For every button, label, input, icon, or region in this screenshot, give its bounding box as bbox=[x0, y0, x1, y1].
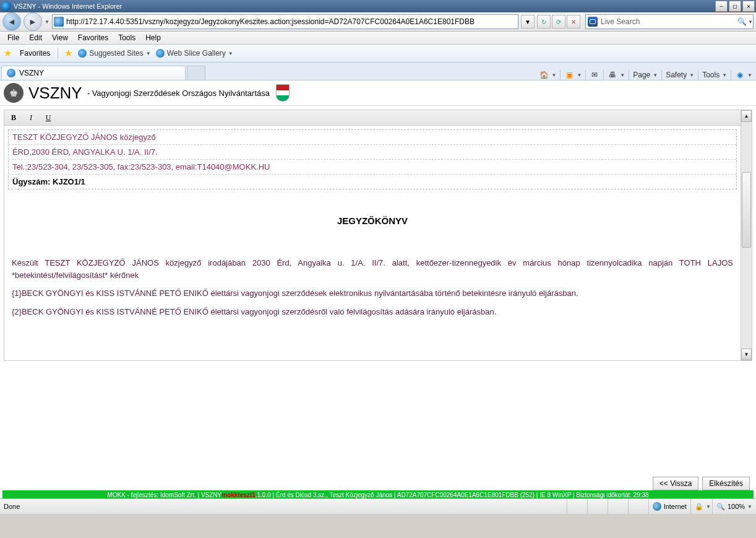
protected-mode-pane[interactable]: 🔒▼ bbox=[690, 499, 712, 514]
scroll-up-icon[interactable]: ▲ bbox=[741, 110, 752, 122]
nav-history-dropdown[interactable]: ▼ bbox=[45, 19, 49, 25]
stop-icon[interactable]: ✕ bbox=[567, 15, 580, 28]
browser-status-bar: Done Internet 🔒▼ 🔍 100% ▼ bbox=[0, 498, 756, 514]
safety-menu[interactable]: Safety bbox=[666, 71, 687, 79]
web-slice-label: Web Slice Gallery bbox=[167, 49, 226, 58]
app-title: VSZNY bbox=[28, 84, 82, 103]
zoom-value: 100% bbox=[728, 503, 745, 510]
bold-button[interactable]: B bbox=[8, 112, 19, 123]
header-row: Tel.:23/523-304, 23/523-305, fax:23/523-… bbox=[9, 160, 736, 175]
search-dropdown[interactable]: ▼ bbox=[748, 19, 753, 25]
status-pane bbox=[567, 499, 587, 514]
ie-icon bbox=[78, 49, 87, 58]
document-body[interactable]: JEGYZŐKÖNYV Készült TESZT KÖZJEGYZŐ JÁNO… bbox=[4, 193, 741, 328]
tools-menu[interactable]: Tools bbox=[702, 71, 719, 79]
menu-view[interactable]: View bbox=[47, 32, 73, 43]
status-pane bbox=[628, 499, 648, 514]
tabs-row: VSZNY 🏠▼ ▣▼ ✉ 🖶▼ Page▼ Safety▼ Tools▼ ◉▼ bbox=[0, 63, 756, 80]
favorites-star-icon[interactable]: ★ bbox=[2, 48, 12, 58]
address-dropdown[interactable]: ▼ bbox=[521, 15, 535, 28]
page-menu[interactable]: Page bbox=[633, 71, 650, 79]
footer-text-pre: MOKK - fejlesztés: IdomSoft Zrt. | VSZNY bbox=[107, 492, 221, 498]
status-pane bbox=[608, 499, 628, 514]
url-text[interactable]: http://172.17.4.40:5351/vszny/kozjegyzo/… bbox=[65, 17, 518, 26]
italic-button[interactable]: I bbox=[25, 112, 37, 123]
mail-icon[interactable]: ✉ bbox=[590, 70, 599, 80]
status-text: Done bbox=[0, 503, 24, 510]
search-provider-icon[interactable] bbox=[588, 17, 598, 27]
window-titlebar: VSZNY - Windows Internet Explorer — □ ✕ bbox=[0, 0, 756, 12]
doc-paragraph: {1}BECK GYÖNGYI és KISS ISTVÁNNÉ PETŐ EN… bbox=[12, 287, 733, 300]
search-placeholder[interactable]: Live Search bbox=[599, 17, 736, 26]
ie-icon bbox=[156, 49, 165, 58]
address-bar[interactable]: http://172.17.4.40:5351/vszny/kozjegyzo/… bbox=[52, 14, 518, 29]
nav-toolbar: ◄ ► ▼ http://172.17.4.40:5351/vszny/kozj… bbox=[0, 12, 756, 32]
web-slice-link[interactable]: Web Slice Gallery ▼ bbox=[156, 49, 233, 58]
crest-icon bbox=[276, 84, 290, 102]
app-subtitle: - Vagyonjogi Szerződések Országos Nyilvá… bbox=[87, 89, 270, 98]
new-tab-button[interactable] bbox=[187, 66, 205, 80]
header-row-case: Ügyszám: KJZO1/1 bbox=[9, 175, 736, 189]
menu-help[interactable]: Help bbox=[140, 32, 166, 43]
menu-favorites[interactable]: Favorites bbox=[73, 32, 113, 43]
underline-button[interactable]: U bbox=[43, 112, 54, 123]
footer-status-bar: MOKK - fejlesztés: IdomSoft Zrt. | VSZNY… bbox=[2, 490, 754, 499]
menu-edit[interactable]: Edit bbox=[24, 32, 47, 43]
add-favorite-icon[interactable]: ★ bbox=[63, 48, 73, 58]
generate-button[interactable]: Elkészítés bbox=[702, 477, 750, 490]
suggested-sites-link[interactable]: Suggested Sites ▼ bbox=[78, 49, 150, 58]
help-icon[interactable]: ◉ bbox=[735, 70, 745, 80]
back-button[interactable]: ◄ bbox=[2, 12, 21, 31]
header-row: TESZT KÖZJEGYZŐ JÁNOS közjegyző bbox=[9, 130, 736, 145]
ie-icon bbox=[1, 1, 11, 11]
maximize-button[interactable]: □ bbox=[729, 1, 741, 12]
favorites-bar: ★ Favorites ★ Suggested Sites ▼ Web Slic… bbox=[0, 45, 756, 63]
action-buttons: << Vissza Elkészítés bbox=[653, 477, 750, 490]
compat-view-icon[interactable]: ↻ bbox=[537, 15, 551, 28]
status-pane bbox=[587, 499, 608, 514]
chevron-down-icon: ▼ bbox=[146, 51, 151, 56]
format-toolbar: B I U bbox=[4, 110, 741, 126]
footer-text-post: .1.0.0 | Érd és Diósd 3.sz., Teszt Közje… bbox=[256, 492, 649, 498]
tab-title: VSZNY bbox=[19, 69, 44, 77]
minimize-button[interactable]: — bbox=[715, 1, 728, 12]
tab-vszny[interactable]: VSZNY bbox=[1, 66, 186, 80]
doc-paragraph: {2}BECK GYÖNGYI és KISS ISTVÁNNÉ PETŐ EN… bbox=[12, 306, 733, 318]
forward-button[interactable]: ► bbox=[24, 12, 42, 31]
page-icon bbox=[54, 17, 64, 27]
security-zone[interactable]: Internet bbox=[648, 499, 690, 514]
app-header: ♚ VSZNY - Vagyonjogi Szerződések Országo… bbox=[0, 80, 756, 106]
document-header-block[interactable]: TESZT KÖZJEGYZŐ JÁNOS közjegyző ÉRD,2030… bbox=[8, 129, 737, 189]
home-icon[interactable]: 🏠 bbox=[539, 70, 549, 80]
scroll-down-icon[interactable]: ▼ bbox=[741, 349, 752, 360]
back-action-button[interactable]: << Vissza bbox=[653, 477, 698, 490]
footer-env: mokkteszt1 bbox=[221, 492, 255, 498]
app-logo-icon: ♚ bbox=[4, 83, 24, 103]
search-bar[interactable]: Live Search 🔍 ▼ bbox=[585, 14, 754, 29]
refresh-icon[interactable]: ⟳ bbox=[552, 15, 565, 28]
menu-file[interactable]: File bbox=[2, 32, 24, 43]
editor-area: B I U TESZT KÖZJEGYZŐ JÁNOS közjegyző ÉR… bbox=[4, 110, 752, 361]
editor-scrollbar[interactable]: ▲ ▼ bbox=[741, 110, 752, 360]
ie-icon bbox=[7, 69, 15, 77]
zoom-icon: 🔍 bbox=[716, 503, 725, 511]
favorites-button[interactable]: Favorites bbox=[17, 48, 53, 59]
menu-tools[interactable]: Tools bbox=[113, 32, 140, 43]
header-row: ÉRD,2030 ÉRD, ANGYALKA U. 1/A. II/7. bbox=[9, 145, 736, 160]
zone-label: Internet bbox=[664, 503, 687, 510]
suggested-sites-label: Suggested Sites bbox=[89, 49, 143, 58]
close-button[interactable]: ✕ bbox=[742, 1, 755, 12]
doc-title: JEGYZŐKÖNYV bbox=[12, 215, 733, 226]
window-title: VSZNY - Windows Internet Explorer bbox=[14, 2, 714, 10]
search-go-icon[interactable]: 🔍 bbox=[736, 15, 748, 28]
menu-bar: File Edit View Favorites Tools Help bbox=[0, 32, 756, 45]
zoom-control[interactable]: 🔍 100% ▼ bbox=[712, 499, 756, 514]
globe-icon bbox=[653, 502, 661, 511]
chevron-down-icon: ▼ bbox=[228, 51, 233, 56]
scroll-thumb[interactable] bbox=[742, 172, 751, 248]
command-bar: 🏠▼ ▣▼ ✉ 🖶▼ Page▼ Safety▼ Tools▼ ◉▼ bbox=[539, 70, 756, 80]
print-icon[interactable]: 🖶 bbox=[608, 70, 617, 80]
page-content: ♚ VSZNY - Vagyonjogi Szerződések Országo… bbox=[0, 80, 756, 514]
feeds-icon[interactable]: ▣ bbox=[564, 70, 574, 80]
doc-paragraph: Készült TESZT KÖZJEGYZŐ JÁNOS közjegyző … bbox=[12, 257, 733, 281]
